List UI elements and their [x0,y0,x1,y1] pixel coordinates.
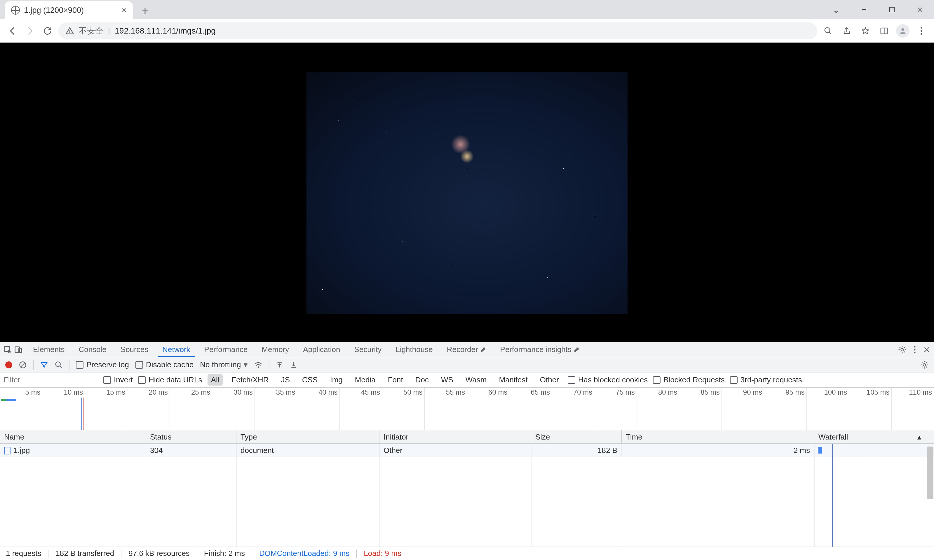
bookmark-icon[interactable] [859,24,872,38]
tab-security[interactable]: Security [347,342,389,357]
thirdparty-checkbox[interactable]: 3rd-party requests [730,375,802,385]
filter-type-other[interactable]: Other [536,374,563,386]
col-waterfall[interactable]: Waterfall▴ [814,430,925,444]
address-bar[interactable]: 不安全 | 192.168.111.141/imgs/1.jpg [59,23,817,39]
network-settings-icon[interactable] [920,360,929,369]
cell-size: 182 B [531,444,622,457]
filter-type-js[interactable]: JS [277,374,293,386]
svg-point-5 [69,32,70,33]
svg-point-13 [920,33,922,35]
filter-toggle-icon[interactable] [40,361,48,369]
network-toolbar: Preserve log Disable cache No throttling… [0,357,934,372]
network-grid: Name Status Type Initiator Size Time Wat… [0,430,934,546]
tab-lighthouse[interactable]: Lighthouse [388,342,439,357]
tab-title: 1.jpg (1200×900) [24,6,84,15]
reload-button[interactable] [41,24,54,38]
svg-point-12 [920,30,922,32]
maximize-button[interactable] [878,0,906,19]
tab-sources[interactable]: Sources [114,342,155,357]
filter-type-font[interactable]: Font [384,374,407,386]
preview-badge-icon: ⬈ [573,345,580,354]
scrollbar-thumb[interactable] [927,446,933,499]
share-icon[interactable] [840,24,854,38]
tab-search-button[interactable]: ⌄ [822,0,850,19]
tab-elements[interactable]: Elements [26,342,71,357]
forward-button[interactable] [23,24,37,38]
col-type[interactable]: Type [236,430,379,444]
filter-type-img[interactable]: Img [326,374,346,386]
status-requests: 1 requests [6,549,41,558]
grid-rows[interactable]: 1.jpg 304 document Other 182 B 2 ms [0,444,934,546]
preserve-log-checkbox[interactable]: Preserve log [76,360,129,369]
filter-type-all[interactable]: All [208,374,223,386]
hide-data-urls-checkbox[interactable]: Hide data URLs [138,375,202,385]
preview-badge-icon: ⬈ [480,345,486,354]
tab-recorder[interactable]: Recorder⬈ [440,342,493,357]
devtools-kebab-icon[interactable] [914,346,916,354]
tab-console[interactable]: Console [71,342,113,357]
filter-type-css[interactable]: CSS [299,374,321,386]
disable-cache-checkbox[interactable]: Disable cache [136,360,194,369]
import-har-icon[interactable] [276,361,284,369]
status-resources: 97.6 kB resources [128,549,190,558]
search-icon[interactable] [55,361,63,369]
toolbar-right [821,24,928,38]
svg-point-17 [901,348,904,351]
window-controls: ⌄ [822,0,934,19]
tab-performance-insights[interactable]: Performance insights⬈ [493,342,587,357]
sort-asc-icon: ▴ [917,432,921,442]
blocked-cookies-checkbox[interactable]: Has blocked cookies [568,375,648,385]
network-timeline[interactable]: 5 ms10 ms15 ms20 ms25 ms30 ms35 ms40 ms4… [0,388,934,430]
table-row[interactable]: 1.jpg 304 document Other 182 B 2 ms [0,444,934,457]
back-button[interactable] [6,24,19,38]
profile-avatar[interactable] [896,24,909,38]
col-size[interactable]: Size [531,430,622,444]
tab-performance[interactable]: Performance [197,342,255,357]
tab-application[interactable]: Application [296,342,347,357]
devtools-panel: Elements Console Sources Network Perform… [0,342,934,560]
devtools-close-icon[interactable] [923,346,931,354]
close-tab-icon[interactable]: × [122,5,127,15]
new-tab-button[interactable]: + [137,2,154,19]
kebab-menu-icon[interactable] [915,24,928,38]
export-har-icon[interactable] [290,361,297,369]
devtools-tabs: Elements Console Sources Network Perform… [0,342,934,357]
filter-type-doc[interactable]: Doc [412,374,432,386]
devtools-settings-icon[interactable] [898,345,906,354]
filter-type-ws[interactable]: WS [438,374,457,386]
col-status[interactable]: Status [146,430,236,444]
devtools-inspect-group [3,342,26,357]
col-time[interactable]: Time [622,430,814,444]
filter-type-wasm[interactable]: Wasm [462,374,490,386]
svg-point-30 [923,363,926,366]
not-secure-icon [65,26,74,35]
cell-type: document [236,444,379,457]
filter-type-fetchxhr[interactable]: Fetch/XHR [228,374,272,386]
image-preview[interactable] [307,72,627,314]
invert-checkbox[interactable]: Invert [103,375,133,385]
filter-type-media[interactable]: Media [351,374,379,386]
throttling-select[interactable]: No throttling▾ [200,360,248,369]
inspect-element-icon[interactable] [3,345,12,354]
tab-memory[interactable]: Memory [254,342,296,357]
cell-waterfall [814,444,925,457]
minimize-button[interactable] [850,0,878,19]
filter-type-manifest[interactable]: Manifest [496,374,531,386]
col-name[interactable]: Name [0,430,146,444]
network-conditions-icon[interactable] [254,360,263,369]
svg-line-7 [829,32,832,34]
side-panel-icon[interactable] [877,24,891,38]
close-window-button[interactable] [906,0,934,19]
blocked-requests-checkbox[interactable]: Blocked Requests [653,375,725,385]
tab-network[interactable]: Network [155,342,197,357]
device-toolbar-icon[interactable] [14,345,23,354]
zoom-icon[interactable] [821,24,835,38]
clear-button[interactable] [18,361,27,369]
cell-status: 304 [146,444,236,457]
filter-input[interactable] [0,372,99,387]
status-dcl: DOMContentLoaded: 9 ms [259,549,349,558]
omnibox-separator: | [108,26,110,35]
browser-tab[interactable]: 1.jpg (1200×900) × [5,1,133,19]
col-initiator[interactable]: Initiator [379,430,531,444]
record-button[interactable] [5,362,12,368]
